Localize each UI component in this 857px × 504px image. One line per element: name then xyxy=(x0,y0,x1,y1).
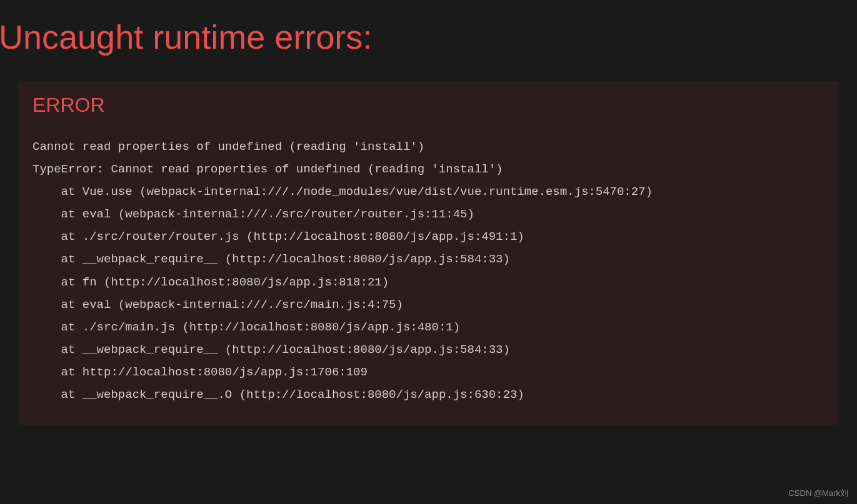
error-stack-trace: Cannot read properties of undefined (rea… xyxy=(33,136,824,406)
error-heading: ERROR xyxy=(33,94,824,117)
page-title: Uncaught runtime errors: xyxy=(0,0,857,56)
watermark: CSDN @Mark刘 xyxy=(788,488,848,499)
error-panel: ERROR Cannot read properties of undefine… xyxy=(19,81,838,425)
